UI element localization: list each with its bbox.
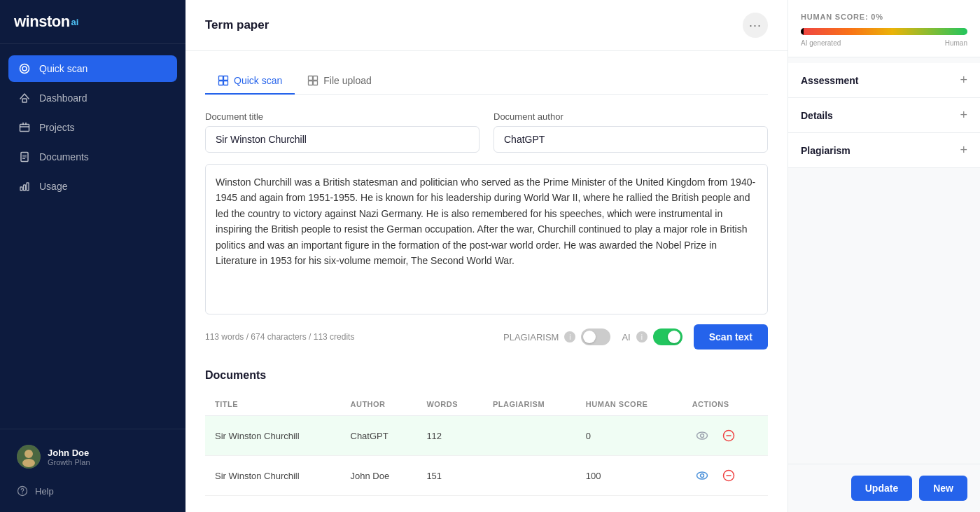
text-content-area[interactable]: Winston Churchill was a British statesma… (205, 164, 768, 314)
svg-rect-7 (27, 183, 29, 191)
accordion-plagiarism-title: Plagiarism (801, 145, 850, 156)
sidebar: winstonai Quick scan Dashboard (0, 0, 186, 512)
svg-rect-17 (309, 76, 313, 81)
documents-table: TITLE AUTHOR WORDS PLAGIARISM HUMAN SCOR… (205, 393, 768, 496)
col-actions: ACTIONS (682, 393, 768, 416)
score-bar (801, 28, 967, 35)
sidebar-item-label: Usage (39, 181, 67, 192)
table-row: Sir Winston Churchill John Doe 151 100 (205, 456, 768, 496)
scan-text-button[interactable]: Scan text (694, 324, 768, 350)
ai-toggle-group: AI i (622, 328, 682, 345)
usage-icon (18, 180, 31, 193)
svg-point-25 (700, 474, 704, 478)
accordion-plagiarism-header[interactable]: Plagiarism + (788, 133, 980, 167)
document-title-group: Document title (205, 111, 479, 153)
logo-area: winstonai (0, 0, 186, 44)
sidebar-item-quick-scan[interactable]: Quick scan (8, 55, 177, 82)
tabs-bar: Quick scan File upload (205, 68, 768, 95)
score-indicator (801, 28, 804, 35)
sidebar-item-projects[interactable]: Projects (8, 114, 177, 141)
row-title: Sir Winston Churchill (205, 456, 341, 496)
scan-icon (18, 62, 31, 75)
ai-label: AI (622, 332, 630, 343)
score-endpoints: AI generated Human (801, 39, 967, 47)
scan-footer: 113 words / 674 characters / 113 credits… (205, 324, 768, 350)
sidebar-item-usage[interactable]: Usage (8, 173, 177, 200)
file-upload-tab-icon (307, 75, 318, 86)
menu-dots-button[interactable]: ··· (743, 13, 768, 38)
tab-label: Quick scan (234, 75, 282, 86)
row-plagiarism (483, 456, 576, 496)
row-title: Sir Winston Churchill (205, 416, 341, 456)
help-link[interactable]: Help (8, 478, 177, 504)
svg-rect-13 (219, 76, 223, 81)
documents-section-title: Documents (205, 369, 768, 382)
dashboard-icon (18, 92, 31, 104)
svg-point-0 (20, 64, 29, 74)
svg-point-21 (696, 432, 707, 439)
user-plan: Growth Plan (48, 458, 169, 466)
sidebar-item-dashboard[interactable]: Dashboard (8, 85, 177, 111)
svg-rect-18 (314, 76, 318, 81)
user-details: John Doe Growth Plan (48, 448, 169, 466)
view-button[interactable] (692, 466, 712, 485)
panel-footer: Update New (788, 464, 980, 512)
svg-point-24 (696, 472, 707, 479)
document-author-input[interactable] (493, 126, 768, 153)
plagiarism-toggle[interactable] (581, 328, 610, 345)
accordion-items: Assessment + Details + Plagiarism + (788, 57, 980, 464)
col-human-score: HUMAN SCORE (576, 393, 682, 416)
svg-rect-15 (219, 81, 223, 85)
main-content: Term paper ··· Quick scan (186, 0, 788, 512)
table-row: Sir Winston Churchill ChatGPT 112 0 (205, 416, 768, 456)
plagiarism-info-icon[interactable]: i (564, 331, 575, 343)
sidebar-nav: Quick scan Dashboard Projects (0, 44, 186, 429)
new-button[interactable]: New (919, 476, 967, 501)
content-area: Quick scan File upload Document title (186, 51, 788, 512)
accordion-assessment-title: Assessment (801, 75, 859, 86)
accordion-details: Details + (788, 98, 980, 133)
ai-toggle[interactable] (653, 328, 682, 345)
document-title-input[interactable] (205, 126, 479, 153)
score-header: HUMAN SCORE: 0% AI generated Human (788, 0, 980, 57)
documents-section: Documents TITLE AUTHOR WORDS PLAGIARISM … (205, 369, 768, 496)
accordion-assessment-header[interactable]: Assessment + (788, 63, 980, 97)
form-row-inputs: Document title Document author (205, 111, 768, 153)
score-left-label: AI generated (801, 39, 841, 47)
action-icons (692, 466, 758, 485)
svg-point-22 (700, 434, 704, 438)
svg-rect-19 (309, 81, 313, 85)
svg-point-12 (22, 492, 22, 493)
sidebar-item-documents[interactable]: Documents (8, 144, 177, 170)
plagiarism-label: PLAGIARISM (503, 332, 559, 343)
svg-rect-6 (24, 185, 26, 191)
delete-button[interactable] (719, 466, 738, 485)
row-plagiarism (483, 416, 576, 456)
accordion-plus-icon: + (960, 108, 967, 123)
logo-text: winston (14, 13, 70, 31)
score-right-label: Human (945, 39, 967, 47)
help-icon (17, 485, 28, 497)
tab-file-upload[interactable]: File upload (295, 68, 384, 95)
update-button[interactable]: Update (851, 476, 912, 501)
accordion-plagiarism: Plagiarism + (788, 133, 980, 168)
view-button[interactable] (692, 426, 712, 445)
row-human-score: 100 (576, 456, 682, 496)
document-author-group: Document author (493, 111, 768, 153)
delete-button[interactable] (719, 426, 738, 445)
tab-quick-scan[interactable]: Quick scan (205, 68, 295, 95)
svg-point-9 (24, 450, 33, 458)
accordion-plus-icon: + (960, 143, 967, 158)
page-header: Term paper ··· (186, 0, 788, 51)
action-icons (692, 426, 758, 445)
accordion-details-title: Details (801, 110, 833, 121)
user-info: John Doe Growth Plan (8, 438, 177, 476)
ai-info-icon[interactable]: i (636, 331, 648, 343)
row-author: John Doe (341, 456, 417, 496)
svg-point-10 (22, 459, 35, 467)
accordion-details-header[interactable]: Details + (788, 98, 980, 132)
score-label: HUMAN SCORE: 0% (801, 13, 967, 21)
svg-rect-20 (314, 81, 318, 85)
col-author: AUTHOR (341, 393, 417, 416)
row-actions (682, 456, 768, 496)
